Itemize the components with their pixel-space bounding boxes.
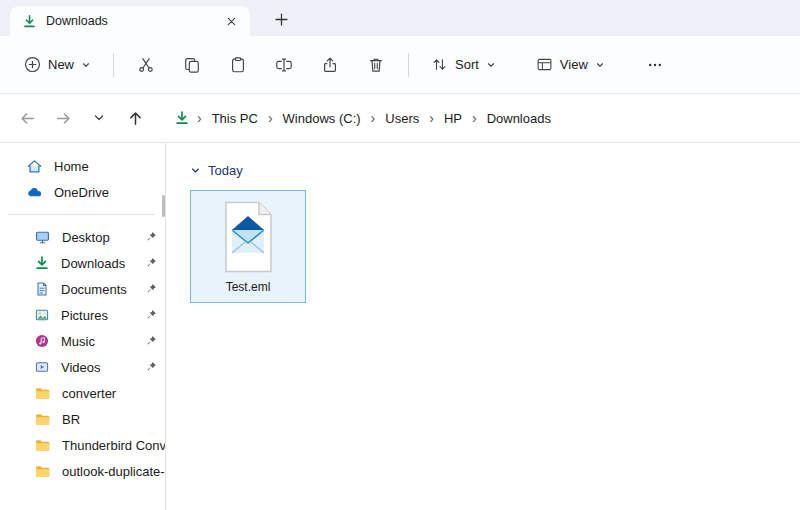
share-button[interactable] (310, 46, 350, 84)
sidebar-item-label: outlook-duplicate-re (62, 464, 165, 479)
downloads-icon (174, 110, 190, 126)
sidebar-separator (8, 214, 155, 215)
chevron-down-icon (190, 165, 201, 176)
sidebar-item-videos[interactable]: Videos (0, 354, 165, 380)
navigation-pane: Home OneDrive Desktop (0, 143, 166, 510)
folder-icon (34, 411, 51, 428)
back-button[interactable] (10, 102, 44, 134)
sidebar-item-music[interactable]: Music (0, 328, 165, 354)
copy-icon (183, 56, 201, 74)
sidebar-item-label: converter (62, 386, 165, 401)
tab-downloads[interactable]: Downloads (10, 6, 250, 36)
breadcrumb-users[interactable]: Users (378, 107, 426, 130)
paste-icon (229, 56, 247, 74)
breadcrumb-separator-icon: › (267, 110, 274, 126)
sidebar-item-label: Music (61, 334, 134, 349)
sidebar-item-documents[interactable]: Documents (0, 276, 165, 302)
sidebar-item-thunderbird-converter[interactable]: Thunderbird Converte (0, 432, 165, 458)
sidebar-item-desktop[interactable]: Desktop (0, 224, 165, 250)
pin-icon (145, 335, 157, 347)
folder-icon (34, 463, 51, 480)
home-icon (26, 158, 43, 175)
pin-icon (145, 231, 157, 243)
sidebar-item-label: Home (54, 159, 165, 174)
sidebar-item-br[interactable]: BR (0, 406, 165, 432)
file-name-label: Test.eml (226, 280, 271, 294)
chevron-down-icon (81, 60, 91, 70)
sidebar-scrollbar[interactable] (162, 195, 165, 217)
view-button[interactable]: View (526, 48, 615, 81)
sidebar-item-label: OneDrive (54, 185, 165, 200)
toolbar-divider (408, 53, 409, 77)
breadcrumb-windows-c[interactable]: Windows (C:) (276, 107, 368, 130)
new-plus-icon (24, 56, 41, 73)
sort-button[interactable]: Sort (421, 48, 506, 81)
file-explorer-window: Downloads New (0, 0, 800, 510)
view-icon (536, 56, 553, 73)
videos-icon (34, 359, 50, 375)
file-list-area: Today Test.eml (166, 143, 800, 510)
breadcrumb-this-pc[interactable]: This PC (205, 107, 265, 130)
paste-button[interactable] (218, 46, 258, 84)
sidebar-item-label: Thunderbird Converte (62, 438, 165, 453)
chevron-down-icon (595, 60, 605, 70)
sidebar-item-converter[interactable]: converter (0, 380, 165, 406)
group-label: Today (208, 163, 243, 178)
sort-icon (431, 56, 448, 73)
tab-bar: Downloads (0, 0, 800, 36)
share-icon (321, 56, 339, 74)
toolbar-divider (113, 53, 114, 77)
tab-title: Downloads (46, 14, 211, 28)
downloads-icon (34, 255, 50, 271)
folder-icon (34, 385, 51, 402)
rename-icon (275, 56, 293, 74)
sidebar-item-pictures[interactable]: Pictures (0, 302, 165, 328)
breadcrumb-separator-icon: › (370, 110, 377, 126)
rename-button[interactable] (264, 46, 304, 84)
breadcrumb-separator-icon: › (428, 110, 435, 126)
new-tab-button[interactable] (266, 5, 296, 33)
sidebar-item-label: Pictures (61, 308, 134, 323)
delete-button[interactable] (356, 46, 396, 84)
sidebar-item-outlook-duplicate-remover[interactable]: outlook-duplicate-re (0, 458, 165, 484)
group-header-today[interactable]: Today (190, 163, 800, 178)
documents-icon (34, 281, 50, 297)
pin-icon (145, 309, 157, 321)
folder-icon (34, 437, 51, 454)
breadcrumb-downloads[interactable]: Downloads (480, 107, 558, 130)
delete-icon (367, 56, 385, 74)
command-toolbar: New (0, 36, 800, 94)
breadcrumb-separator-icon: › (196, 110, 203, 126)
forward-button[interactable] (46, 102, 80, 134)
downloads-icon (22, 14, 37, 29)
tab-close-icon[interactable] (220, 10, 242, 32)
sidebar-item-label: Downloads (61, 256, 134, 271)
sidebar-item-label: BR (62, 412, 165, 427)
more-options-button[interactable] (635, 46, 675, 84)
breadcrumb-separator-icon: › (471, 110, 478, 126)
up-button[interactable] (118, 102, 152, 134)
explorer-body: Home OneDrive Desktop (0, 143, 800, 510)
recent-locations-button[interactable] (82, 102, 116, 134)
navigation-bar: › This PC › Windows (C:) › Users › HP › … (0, 94, 800, 143)
sidebar-item-label: Videos (61, 360, 134, 375)
eml-file-icon (218, 201, 278, 273)
file-item-test-eml[interactable]: Test.eml (190, 190, 306, 303)
pictures-icon (34, 307, 50, 323)
sidebar-item-label: Desktop (62, 230, 134, 245)
pin-icon (145, 283, 157, 295)
sidebar-item-onedrive[interactable]: OneDrive (0, 179, 165, 205)
breadcrumb-hp[interactable]: HP (437, 107, 469, 130)
sidebar-item-home[interactable]: Home (0, 153, 165, 179)
sidebar-item-downloads[interactable]: Downloads (0, 250, 165, 276)
more-options-icon (647, 57, 663, 73)
view-label: View (560, 57, 588, 72)
cut-button[interactable] (126, 46, 166, 84)
desktop-icon (34, 229, 51, 246)
sort-label: Sort (455, 57, 479, 72)
music-icon (34, 333, 50, 349)
copy-button[interactable] (172, 46, 212, 84)
address-bar[interactable]: › This PC › Windows (C:) › Users › HP › … (164, 101, 790, 135)
new-button[interactable]: New (14, 48, 101, 81)
onedrive-icon (26, 184, 43, 201)
